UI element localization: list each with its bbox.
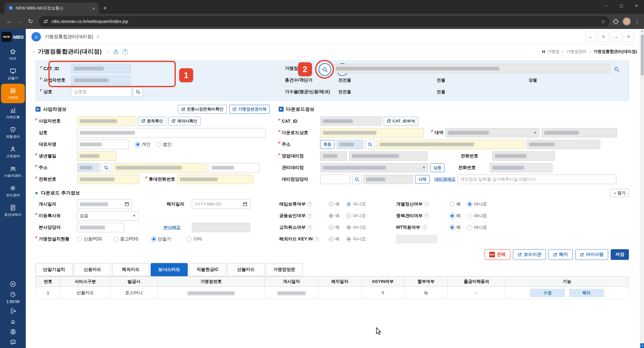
maximize-button[interactable]: ▢ <box>614 0 629 11</box>
save-button[interactable]: 저장 <box>611 249 629 260</box>
sidebar-item-risk[interactable]: 위험관리 <box>1 123 25 142</box>
name-search-button[interactable] <box>133 87 143 97</box>
mdi-list-button[interactable]: ≡ <box>598 31 609 42</box>
sidebar-item-my[interactable]: 마이 <box>1 45 25 64</box>
mdi-close-all-button[interactable]: × <box>623 31 634 42</box>
band-select[interactable]: ▼ <box>445 128 540 138</box>
sidebar-item-terminal[interactable]: 단말기 <box>1 64 25 84</box>
tab-debit-cash-ic[interactable]: 직불현금IC <box>189 263 226 276</box>
bookmark-star-icon[interactable]: ☆ <box>601 19 605 25</box>
radio-dup-no[interactable]: 아니요 <box>467 213 487 219</box>
lock-icon[interactable] <box>113 49 119 55</box>
help-icon[interactable]: ? <box>424 213 429 218</box>
contract-check-button[interactable]: 계약서확인 <box>168 117 201 126</box>
hq-memo-link[interactable]: 본사메모 <box>164 225 180 230</box>
merchant-change-history-button[interactable]: 가맹점변경이력 <box>229 105 270 114</box>
radio-hold-yes[interactable]: 예 <box>329 201 340 207</box>
dl-name-input[interactable] <box>320 128 424 138</box>
radio-overseas-no[interactable]: 아니요 <box>346 236 366 242</box>
radio-mt-no[interactable]: 아니요 <box>467 225 487 230</box>
birth-input[interactable] <box>77 151 116 161</box>
phone-input[interactable] <box>77 175 139 184</box>
app-home-icon[interactable]: ☺ <box>31 32 41 42</box>
chat-smiley-icon[interactable] <box>10 339 16 345</box>
url-text[interactable]: nibs.nicevan.co.kr/websquare/index.jsp <box>52 19 598 24</box>
start-date-input[interactable] <box>77 199 132 209</box>
mdi-tab-close-icon[interactable]: × <box>97 34 99 39</box>
tab-terminal-install[interactable]: 단말기설치 <box>36 263 73 276</box>
code-transfer-button[interactable]: 코드이관 <box>513 249 546 260</box>
calendar-icon[interactable] <box>243 202 247 206</box>
agency-manager-input[interactable] <box>320 175 350 184</box>
radio-used-pos[interactable]: 중고POS <box>114 236 138 242</box>
radio-joint-yes[interactable]: 예 <box>329 213 340 219</box>
breadcrumb-home[interactable]: H <box>542 49 545 54</box>
address-bar[interactable]: nibs.nicevan.co.kr/websquare/index.jsp ☆ <box>39 16 610 27</box>
mgmt-phone-input[interactable] <box>490 163 552 172</box>
address-input[interactable] <box>113 163 207 172</box>
radio-indiv-yes[interactable]: 예 <box>450 201 461 207</box>
radio-terminal[interactable]: 단말기 <box>151 236 171 242</box>
sidebar-item-settlement[interactable]: 정산내역서 <box>1 201 25 220</box>
radio-overseas-yes[interactable]: 예 <box>329 236 340 242</box>
site-settings-icon[interactable] <box>43 19 48 24</box>
agency-memo-input[interactable]: 개인정보 입력을 삼가해주시길 바랍니다. <box>458 175 616 184</box>
new-tab-button[interactable]: + <box>103 5 107 12</box>
profile-avatar[interactable] <box>623 17 631 25</box>
bell-icon[interactable] <box>10 318 16 325</box>
name-input[interactable] <box>77 128 266 138</box>
same-as-above-button[interactable]: 상동 <box>430 163 445 172</box>
sidebar-item-transactions[interactable]: 거래조회 <box>1 103 25 123</box>
sales-phone-input[interactable] <box>492 151 555 161</box>
band-extra-input[interactable] <box>541 128 617 138</box>
calendar-icon[interactable] <box>125 202 129 206</box>
reload-button[interactable]: ↻ <box>25 16 36 27</box>
traditional-market-check-button[interactable]: 전통시장문화비확인 <box>178 105 227 114</box>
pdf-all-button[interactable]: PDF전체 <box>485 249 510 260</box>
forward-button[interactable]: → <box>14 16 25 27</box>
end-date-input[interactable]: YYYY-MM-DD <box>192 199 250 209</box>
extensions-icon[interactable] <box>613 19 619 25</box>
radio-mt-yes[interactable]: 예 <box>450 225 461 230</box>
hq-manager-input[interactable] <box>77 223 124 232</box>
dl-zipcode-input[interactable] <box>336 140 364 149</box>
scrollbar-thumb[interactable] <box>641 35 644 76</box>
radio-cross-no[interactable]: 아니요 <box>346 225 366 230</box>
help-icon[interactable]: ? <box>307 225 312 230</box>
agency-memo-link[interactable]: 대리점메모 <box>434 177 456 182</box>
table-row[interactable]: 1 선불카드 토스머니 Y N - 수정 해지 <box>36 287 629 299</box>
dl-address-search-button[interactable] <box>365 140 375 149</box>
ceo-input[interactable] <box>77 140 129 149</box>
mdi-tab[interactable]: 가맹점통합관리(대리점) × <box>45 34 99 40</box>
radio-indiv-no[interactable]: 아니요 <box>467 201 487 207</box>
bizno-input[interactable] <box>77 116 136 126</box>
tab-credit-card[interactable]: 신용카드 <box>74 263 111 276</box>
name-search-input[interactable]: 상호명 <box>71 87 131 97</box>
help-icon[interactable]: ? <box>422 225 427 230</box>
unregistered-reason-select[interactable]: 없음▼ <box>77 211 139 221</box>
radio-hold-no[interactable]: 아니요 <box>346 201 366 207</box>
dl-address-input[interactable] <box>377 140 525 149</box>
radio-cross-yes[interactable]: 예 <box>329 225 340 230</box>
sidebar-item-customer-center[interactable]: 고객센터 <box>1 142 25 162</box>
address-search-button[interactable] <box>102 163 111 172</box>
radio-joint-no[interactable]: 아니요 <box>346 213 366 219</box>
profile-icon[interactable] <box>10 328 16 335</box>
tab-close-icon[interactable]: × <box>92 6 95 11</box>
dl-address-detail-input[interactable] <box>526 140 600 149</box>
back-button[interactable]: ← <box>4 16 14 27</box>
radio-etc[interactable]: 기타 <box>186 236 202 242</box>
tab-prepaid-card[interactable]: 선불카드 <box>227 263 264 276</box>
window-close-button[interactable]: ✕ <box>629 0 644 11</box>
breadcrumb-item[interactable]: 가맹점 <box>547 49 559 54</box>
tab-merchant-visit[interactable]: 가맹점방문 <box>266 263 303 276</box>
help-icon[interactable]: ? <box>314 237 319 242</box>
sidebar-item-merchant[interactable]: 가맹점 <box>1 84 25 103</box>
row-cancel-button[interactable]: 해지 <box>569 289 604 297</box>
hq-memo-input[interactable] <box>192 223 250 232</box>
scroll-down-arrow[interactable]: ▼ <box>640 343 644 348</box>
catid-assign-button[interactable]: CAT_ID부여 <box>384 117 418 126</box>
row-edit-button[interactable]: 수정 <box>530 289 565 297</box>
sales-agency-name-input[interactable] <box>349 151 428 161</box>
delete-button[interactable]: 삭제 <box>415 175 430 184</box>
